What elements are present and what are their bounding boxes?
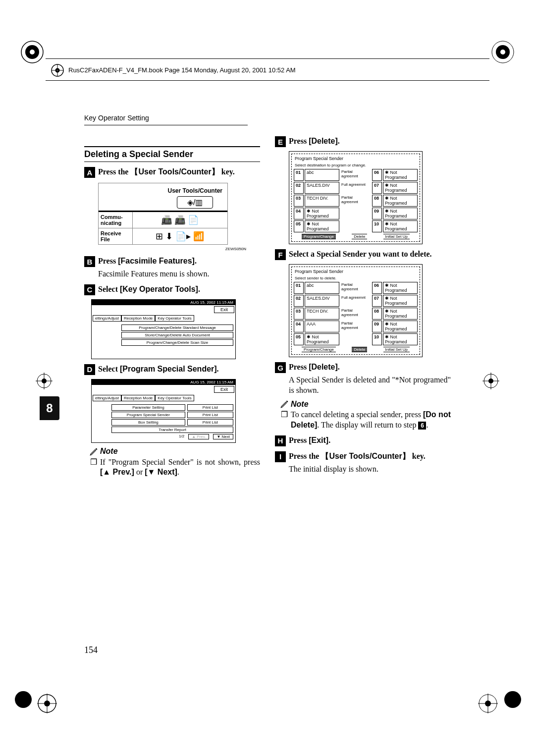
book-icon [51,63,64,77]
reg-mark-right [482,372,500,390]
step-8-badge: H [275,435,286,446]
note-7: ❒ To cancel deleting a special sender, p… [281,410,451,431]
note-heading-left: Note [89,447,260,456]
screen-5: Program Special Sender Select destinatio… [289,151,423,244]
step-9-text: Press the 【User Tools/Counter】 key. [289,451,426,462]
menu-screenshot-3: AUG 15, 2002 11:15 AM Exit ettings/Adjus… [91,299,236,359]
left-column: Deleting a Special Sender A Press the 【U… [84,136,260,478]
header-rule-bottom [46,80,489,81]
svg-point-21 [488,378,493,383]
step-6-text: Select a Special Sender you want to dele… [289,249,432,260]
running-head: Key Operator Setting [84,114,149,122]
step-2-text: Press [Facsimile Features]. [98,256,197,267]
crop-mark-tl [15,35,50,69]
pencil-icon [280,400,289,409]
step-6-badge: F [275,249,286,260]
step-5-text: Press [Delete]. [289,136,340,147]
page-number: 154 [84,645,98,655]
hardware-panel: User Tools/Counter ◈/▥ Commu- nicating 📠… [98,183,228,245]
right-column: E Press [Delete]. Program Special Sender… [275,136,451,478]
hw-row1-icons: 📠 📠 📄 [133,213,227,227]
crop-mark-br [476,691,500,716]
step-7-text: Press [Delete]. [289,362,340,373]
step-3-badge: C [84,284,95,295]
running-head-rule [84,125,248,125]
reg-mark-left [35,372,54,390]
step-9-badge: I [275,451,286,462]
tools-counter-icon: ◈/▥ [177,196,213,209]
svg-point-9 [500,50,505,54]
step-4-text: Select [Program Special Sender]. [98,364,219,375]
hw-title: User Tools/Counter [166,185,224,196]
step-7-badge: G [275,362,286,373]
crop-mark-tr [485,35,520,69]
svg-point-17 [42,378,47,383]
step-1-text: Press the 【User Tools/Counter】 key. [98,167,235,177]
hw-row2-icons: ⊞ ⬇ 📄▸ 📶 [133,229,227,244]
hw-row1-label: Commu- nicating [99,212,133,228]
note-heading-right: Note [280,400,451,409]
step-9-body: The initial display is shown. [289,464,451,475]
crop-mark-br-filled [504,691,521,708]
step-ref-badge: 6 [418,422,426,430]
svg-point-2 [30,50,35,54]
step-3-text: Select [Key Operator Tools]. [98,284,200,295]
step-7-body: A Special Sender is deleted and "*Not pr… [289,375,451,396]
header-rule-top [46,58,489,59]
step-2-body: Facsimile Features menu is shown. [98,269,260,279]
section-heading: Deleting a Special Sender [84,146,260,162]
step-8-text: Press [Exit]. [289,435,330,446]
step-2-badge: B [84,256,95,267]
menu3-exit: Exit [214,306,234,313]
step-5-badge: E [275,136,286,147]
hw-code: ZEWS050N [84,247,246,251]
menu4-exit: Exit [214,386,234,393]
note-1: ❒ If "Program Special Sender" is not sho… [90,457,260,478]
file-info: RusC2FaxADEN-F_V4_FM.book Page 154 Monda… [68,66,296,74]
chapter-thumb-tab: 8 [40,396,59,420]
svg-point-6 [44,701,50,706]
crop-mark-bl-filled [15,691,32,708]
step-1-badge: A [84,167,95,178]
step-4-badge: D [84,364,95,375]
screen-6: Program Special Sender Select sender to … [289,264,423,357]
svg-point-13 [485,701,491,706]
hw-row2-label: Receive File [99,228,133,244]
crop-mark-bl [35,691,59,716]
pencil-icon [89,447,98,456]
menu-screenshot-4: AUG 15, 2002 11:15 AM Exit ettings/Adjus… [91,379,236,443]
